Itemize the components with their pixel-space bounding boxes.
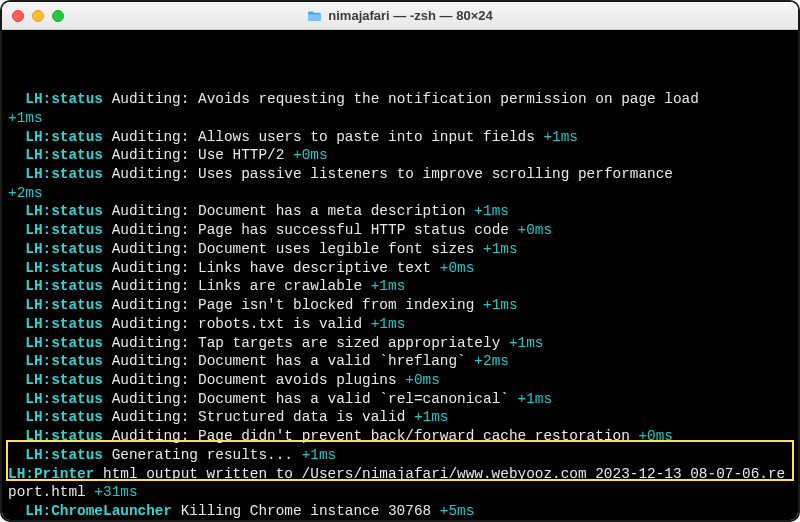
log-text: Auditing: Allows users to paste into inp… (103, 129, 543, 145)
log-text: Auditing: Page isn't blocked from indexi… (103, 297, 483, 313)
log-tag: LH:status (25, 278, 103, 294)
window-title: nimajafari — -zsh — 80×24 (307, 8, 492, 23)
log-text: Auditing: Document uses legible font siz… (103, 241, 483, 257)
log-timing: +1ms (509, 335, 544, 351)
log-timing: +1ms (483, 241, 518, 257)
log-text: Auditing: Tap targets are sized appropri… (103, 335, 509, 351)
log-timing: +1ms (302, 447, 337, 463)
log-timing: +2ms (8, 185, 43, 201)
log-text: Auditing: Document has a valid `hreflang… (103, 353, 474, 369)
terminal-line: LH:ChromeLauncher Killing Chrome instanc… (8, 502, 792, 520)
log-tag: LH:status (25, 353, 103, 369)
log-text: Generating results... (103, 447, 302, 463)
terminal-body[interactable]: LH:status Auditing: Avoids requesting th… (2, 30, 798, 520)
log-timing: +0ms (518, 222, 553, 238)
log-timing: +1ms (483, 297, 518, 313)
log-text: Auditing: Uses passive listeners to impr… (103, 166, 682, 182)
log-tag: LH:status (25, 372, 103, 388)
log-text: Auditing: Avoids requesting the notifica… (103, 91, 708, 107)
log-tag: LH:status (25, 447, 103, 463)
log-tag: LH:status (25, 428, 103, 444)
log-timing: +5ms (440, 503, 475, 519)
log-timing: +1ms (518, 391, 553, 407)
terminal-line: LH:status Auditing: Avoids requesting th… (8, 90, 792, 109)
minimize-icon[interactable] (32, 10, 44, 22)
log-timing: +0ms (638, 428, 673, 444)
terminal-line: +2ms (8, 184, 792, 203)
log-timing: +1ms (543, 129, 578, 145)
log-tag: LH:status (25, 129, 103, 145)
log-tag: LH:status (25, 335, 103, 351)
log-tag: LH:status (25, 91, 103, 107)
terminal-line: LH:status Auditing: Page didn't prevent … (8, 427, 792, 446)
log-timing: +1ms (474, 203, 509, 219)
log-tag: LH:status (25, 391, 103, 407)
terminal-line: LH:status Auditing: Document uses legibl… (8, 240, 792, 259)
terminal-line: LH:status Auditing: Document avoids plug… (8, 371, 792, 390)
log-tag: LH:ChromeLauncher (25, 503, 172, 519)
terminal-line: LH:status Auditing: Links have descripti… (8, 259, 792, 278)
log-tag: LH:status (25, 241, 103, 257)
log-timing: +0ms (293, 147, 328, 163)
terminal-line: LH:status Auditing: robots.txt is valid … (8, 315, 792, 334)
log-tag: LH:status (25, 166, 103, 182)
terminal-line: LH:status Auditing: Structured data is v… (8, 408, 792, 427)
log-tag: LH:status (25, 222, 103, 238)
terminal-window: nimajafari — -zsh — 80×24 LH:status Audi… (0, 0, 800, 522)
log-text: Auditing: Document has a valid `rel=cano… (103, 391, 518, 407)
log-tag: LH:status (25, 297, 103, 313)
zoom-icon[interactable] (52, 10, 64, 22)
log-tag: LH:status (25, 409, 103, 425)
close-icon[interactable] (12, 10, 24, 22)
log-tag: LH:status (25, 316, 103, 332)
log-timing: +1ms (371, 316, 406, 332)
log-text: Auditing: Page has successful HTTP statu… (103, 222, 518, 238)
log-text: Auditing: Page didn't prevent back/forwa… (103, 428, 638, 444)
log-text: Auditing: Document avoids plugins (103, 372, 405, 388)
titlebar: nimajafari — -zsh — 80×24 (2, 2, 798, 30)
terminal-line: LH:status Auditing: Document has a meta … (8, 202, 792, 221)
terminal-line: LH:status Auditing: Uses passive listene… (8, 165, 792, 184)
log-text: Auditing: robots.txt is valid (103, 316, 371, 332)
log-timing: +2ms (474, 353, 509, 369)
log-text: Auditing: Links have descriptive text (103, 260, 440, 276)
log-text: Auditing: Links are crawlable (103, 278, 371, 294)
terminal-line: LH:status Auditing: Document has a valid… (8, 390, 792, 409)
terminal-line: LH:status Auditing: Allows users to past… (8, 128, 792, 147)
terminal-line: +1ms (8, 109, 792, 128)
log-timing: +31ms (94, 484, 137, 500)
terminal-line: LH:status Auditing: Links are crawlable … (8, 277, 792, 296)
terminal-line: LH:status Auditing: Page isn't blocked f… (8, 296, 792, 315)
terminal-line: LH:status Auditing: Tap targets are size… (8, 334, 792, 353)
terminal-line: LH:status Auditing: Page has successful … (8, 221, 792, 240)
window-title-text: nimajafari — -zsh — 80×24 (328, 8, 492, 23)
terminal-line: LH:status Generating results... +1ms (8, 446, 792, 465)
log-tag: LH:status (25, 260, 103, 276)
log-text: Auditing: Use HTTP/2 (103, 147, 293, 163)
log-timing: +1ms (8, 110, 43, 126)
log-text: Auditing: Document has a meta descriptio… (103, 203, 474, 219)
log-timing: +0ms (405, 372, 440, 388)
traffic-lights (12, 10, 64, 22)
log-timing: +1ms (371, 278, 406, 294)
log-timing: +1ms (414, 409, 449, 425)
log-tag: LH:Printer (8, 466, 94, 482)
log-text: Auditing: Structured data is valid (103, 409, 414, 425)
folder-icon (307, 10, 322, 22)
log-text: Killing Chrome instance 30768 (172, 503, 440, 519)
log-tag: LH:status (25, 203, 103, 219)
terminal-line: LH:status Auditing: Document has a valid… (8, 352, 792, 371)
log-timing: +0ms (440, 260, 475, 276)
log-tag: LH:status (25, 147, 103, 163)
terminal-line: LH:status Auditing: Use HTTP/2 +0ms (8, 146, 792, 165)
terminal-line: LH:Printer html output written to /Users… (8, 465, 792, 502)
